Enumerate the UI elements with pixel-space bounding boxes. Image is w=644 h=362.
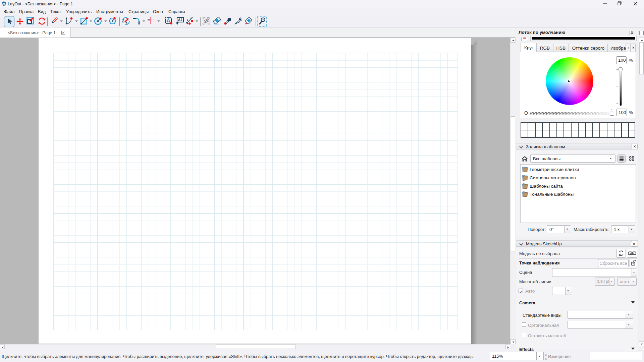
svg-text:A1: A1 (178, 18, 182, 22)
svg-text:A: A (166, 18, 170, 23)
